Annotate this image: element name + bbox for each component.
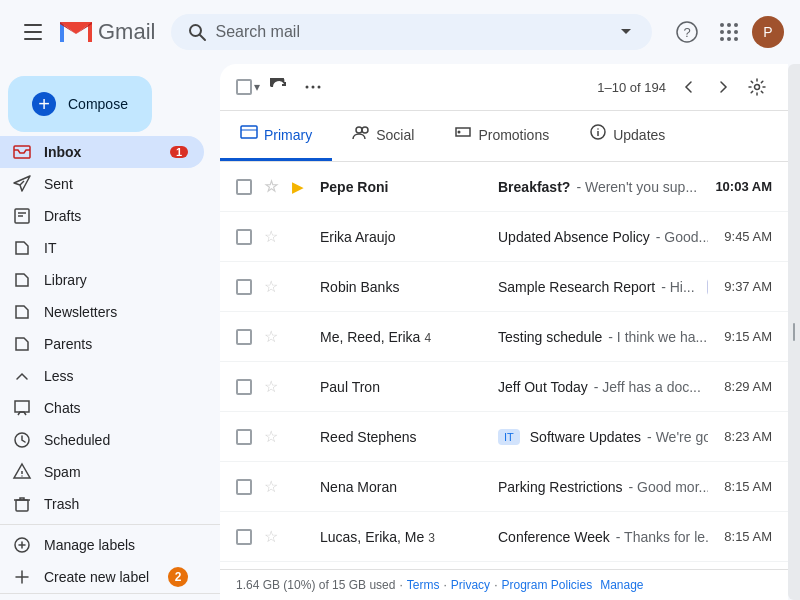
row-checkbox[interactable] bbox=[236, 529, 252, 545]
row-checkbox[interactable] bbox=[236, 229, 252, 245]
library-label-icon bbox=[12, 270, 32, 290]
svg-rect-16 bbox=[14, 146, 30, 158]
sent-label: Sent bbox=[44, 176, 188, 192]
sidebar-item-scheduled[interactable]: Scheduled bbox=[0, 424, 204, 456]
search-input[interactable] bbox=[215, 23, 608, 41]
manage-labels-icon bbox=[12, 535, 32, 555]
compose-label: Compose bbox=[68, 96, 128, 112]
search-bar bbox=[171, 14, 652, 50]
manage-labels-label: Manage labels bbox=[44, 537, 188, 553]
compose-plus-icon: + bbox=[32, 92, 56, 116]
row-checkbox[interactable] bbox=[236, 279, 252, 295]
svg-point-37 bbox=[362, 127, 368, 133]
compose-button[interactable]: + Compose bbox=[8, 76, 152, 132]
sidebar-item-inbox[interactable]: Inbox 1 bbox=[0, 136, 204, 168]
svg-point-32 bbox=[312, 86, 315, 89]
tab-promotions[interactable]: Promotions bbox=[434, 111, 569, 161]
apps-button[interactable] bbox=[710, 13, 748, 51]
table-row[interactable]: ☆ Me, Reed, Erika4 Testing schedule - I … bbox=[220, 312, 788, 362]
email-subject: Parking Restrictions bbox=[498, 479, 623, 495]
tab-primary[interactable]: Primary bbox=[220, 111, 332, 161]
row-checkbox[interactable] bbox=[236, 179, 252, 195]
table-row[interactable]: ☆ Reed Stephens IT Software Updates - We… bbox=[220, 412, 788, 462]
svg-point-34 bbox=[755, 85, 760, 90]
sidebar-item-chats[interactable]: Chats bbox=[0, 392, 204, 424]
right-resize-handle[interactable] bbox=[788, 64, 800, 600]
star-icon[interactable]: ☆ bbox=[264, 377, 284, 396]
star-icon[interactable]: ☆ bbox=[264, 527, 284, 546]
inbox-icon bbox=[12, 142, 32, 162]
email-time: 9:15 AM bbox=[724, 329, 772, 344]
star-icon[interactable]: ☆ bbox=[264, 277, 284, 296]
star-icon[interactable]: ☆ bbox=[264, 477, 284, 496]
table-row[interactable]: ☆ Lucas, Erika, Me3 Conference Week - Th… bbox=[220, 512, 788, 562]
email-time: 8:23 AM bbox=[724, 429, 772, 444]
menu-button[interactable] bbox=[16, 15, 50, 49]
inbox-label: Inbox bbox=[44, 144, 158, 160]
prev-page-button[interactable] bbox=[674, 72, 704, 102]
email-subject: Sample Research Report bbox=[498, 279, 655, 295]
svg-rect-1 bbox=[24, 31, 42, 33]
sidebar-divider bbox=[0, 524, 220, 525]
sidebar-item-trash[interactable]: Trash bbox=[0, 488, 204, 520]
tab-updates[interactable]: Updates bbox=[569, 111, 685, 161]
email-time: 8:15 AM bbox=[724, 529, 772, 544]
select-dropdown-chevron[interactable]: ▾ bbox=[254, 80, 260, 94]
email-snippet: Breakfast? - Weren't you sup... bbox=[498, 179, 699, 195]
table-row[interactable]: ☆ Erika Araujo Updated Absence Policy - … bbox=[220, 212, 788, 262]
email-snippet: IT Software Updates - We're go... bbox=[498, 429, 708, 445]
sidebar-item-newsletters[interactable]: Newsletters bbox=[0, 296, 204, 328]
sidebar-item-spam[interactable]: Spam bbox=[0, 456, 204, 488]
tab-promotions-icon bbox=[454, 123, 472, 146]
star-icon[interactable]: ☆ bbox=[264, 177, 284, 196]
more-options-button[interactable] bbox=[298, 72, 328, 102]
table-row[interactable]: ☆ ▶ Pepe Roni Breakfast? - Weren't you s… bbox=[220, 162, 788, 212]
tab-social[interactable]: Social bbox=[332, 111, 434, 161]
star-icon[interactable]: ☆ bbox=[264, 427, 284, 446]
row-checkbox[interactable] bbox=[236, 429, 252, 445]
sidebar: + Compose Inbox 1 Sent bbox=[0, 64, 220, 600]
parents-label-icon bbox=[12, 334, 32, 354]
sidebar-bottom-icons bbox=[0, 593, 220, 600]
settings-button[interactable] bbox=[742, 72, 772, 102]
row-checkbox[interactable] bbox=[236, 479, 252, 495]
help-button[interactable]: ? bbox=[668, 13, 706, 51]
sidebar-item-less[interactable]: Less bbox=[0, 360, 204, 392]
program-policies-link[interactable]: Program Policies bbox=[501, 578, 592, 592]
svg-point-15 bbox=[734, 37, 738, 41]
sidebar-item-it[interactable]: IT bbox=[0, 232, 204, 264]
manage-link[interactable]: Manage bbox=[600, 578, 643, 592]
sidebar-item-sent[interactable]: Sent bbox=[0, 168, 204, 200]
refresh-button[interactable] bbox=[264, 72, 294, 102]
privacy-link[interactable]: Privacy bbox=[451, 578, 490, 592]
table-row[interactable]: ☆ Robin Banks Sample Research Report - H… bbox=[220, 262, 788, 312]
row-checkbox[interactable] bbox=[236, 329, 252, 345]
row-checkbox[interactable] bbox=[236, 379, 252, 395]
svg-rect-0 bbox=[24, 24, 42, 26]
sidebar-item-library[interactable]: Library bbox=[0, 264, 204, 296]
star-icon[interactable]: ☆ bbox=[264, 327, 284, 346]
email-time: 8:29 AM bbox=[724, 379, 772, 394]
email-snippet: Testing schedule - I think we ha... bbox=[498, 329, 708, 345]
table-row[interactable]: ☆ Nena Moran Parking Restrictions - Good… bbox=[220, 462, 788, 512]
star-icon[interactable]: ☆ bbox=[264, 227, 284, 246]
svg-point-11 bbox=[727, 30, 731, 34]
terms-link[interactable]: Terms bbox=[407, 578, 440, 592]
content-area: ▾ 1–10 of 194 bbox=[220, 64, 788, 600]
table-row[interactable]: ☆ Erika, Me2 IT Library Projector Cables… bbox=[220, 562, 788, 569]
search-dropdown-button[interactable] bbox=[616, 22, 636, 42]
top-right-icons: ? P bbox=[668, 13, 784, 51]
sidebar-item-parents[interactable]: Parents bbox=[0, 328, 204, 360]
avatar[interactable]: P bbox=[752, 16, 784, 48]
sidebar-item-drafts[interactable]: Drafts bbox=[0, 200, 204, 232]
next-page-button[interactable] bbox=[708, 72, 738, 102]
scheduled-icon bbox=[12, 430, 32, 450]
email-time: 9:37 AM bbox=[724, 279, 772, 294]
sidebar-item-create-label[interactable]: Create new label 2 bbox=[0, 561, 204, 593]
email-snippet: Jeff Out Today - Jeff has a doc... bbox=[498, 379, 708, 395]
select-all-checkbox[interactable] bbox=[236, 79, 252, 95]
email-subject: Software Updates bbox=[530, 429, 641, 445]
sidebar-item-manage-labels[interactable]: Manage labels bbox=[0, 529, 204, 561]
chevron-up-icon bbox=[12, 366, 32, 386]
table-row[interactable]: ☆ Paul Tron Jeff Out Today - Jeff has a … bbox=[220, 362, 788, 412]
